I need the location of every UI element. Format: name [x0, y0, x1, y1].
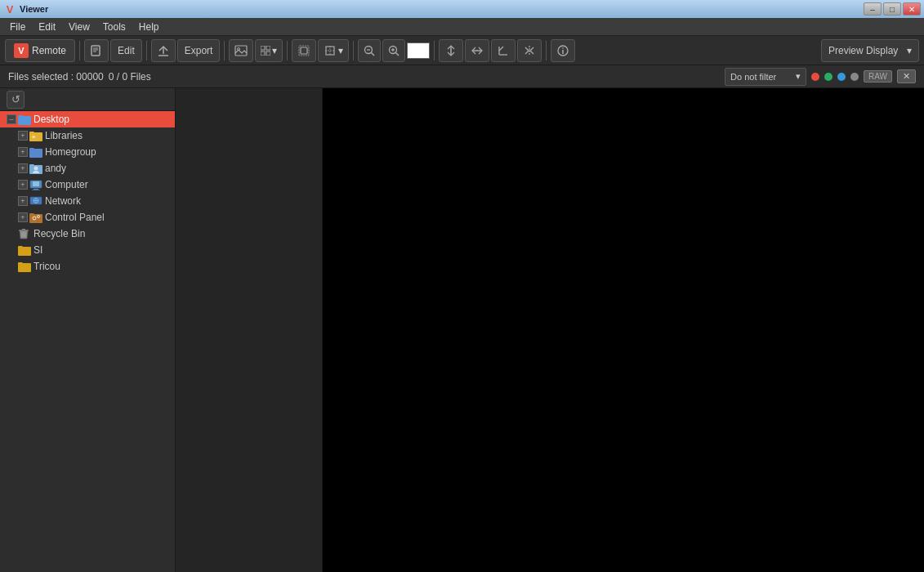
tree-label-homegroup: Homegroup	[45, 146, 96, 158]
expand-icon-network[interactable]: +	[18, 196, 28, 206]
zoom-out-button[interactable]	[358, 39, 381, 62]
tree-label-network: Network	[45, 195, 81, 207]
remote-button[interactable]: V Remote	[5, 39, 75, 62]
svg-point-33	[34, 166, 38, 170]
tree-item-recycle-bin[interactable]: Recycle Bin	[0, 226, 175, 242]
rotate-btn[interactable]	[491, 39, 516, 62]
folder-icon-tricou	[18, 261, 31, 272]
folder-icon-control-panel	[29, 212, 42, 223]
tree-item-andy[interactable]: + andy	[0, 160, 175, 177]
separator-6	[434, 41, 435, 60]
svg-rect-6	[235, 46, 247, 56]
close-button[interactable]: ✕	[903, 2, 921, 16]
separator-2	[146, 41, 147, 60]
svg-rect-10	[261, 51, 265, 56]
separator-3	[224, 41, 225, 60]
expand-icon-andy[interactable]: +	[18, 163, 28, 173]
title-text: Viewer	[20, 4, 864, 14]
svg-rect-37	[32, 190, 40, 190]
menu-tools[interactable]: Tools	[96, 20, 132, 34]
color-picker[interactable]	[407, 42, 430, 59]
folder-icon-homegroup	[29, 146, 42, 158]
separator-5	[353, 41, 354, 60]
flip-btn[interactable]	[517, 39, 542, 62]
image-icon-btn[interactable]	[229, 39, 253, 62]
zoom-in-button[interactable]	[382, 39, 405, 62]
folder-icon-si	[18, 244, 31, 256]
tree-label-libraries: Libraries	[45, 130, 83, 141]
files-selected-label: Files selected : 00000	[8, 71, 104, 83]
file-info-bar: Files selected : 00000 0 / 0 Files Do no…	[0, 65, 924, 88]
file-list-panel	[176, 88, 323, 572]
expand-icon-homegroup[interactable]: +	[18, 147, 28, 157]
menu-view[interactable]: View	[62, 20, 96, 34]
expand-icon-computer[interactable]: +	[18, 180, 28, 190]
refresh-bar: ↺	[0, 88, 175, 111]
app-icon: V	[3, 2, 16, 16]
filter-arrow: ▾	[796, 71, 801, 82]
menu-file[interactable]: File	[3, 20, 32, 34]
raw-badge: RAW	[864, 70, 892, 83]
separator-7	[546, 41, 547, 60]
color-dot-red[interactable]	[811, 73, 819, 81]
view-dropdown[interactable]: ▾	[255, 39, 283, 62]
transform-dropdown-arrow: ▾	[338, 45, 343, 56]
svg-point-31	[563, 47, 565, 49]
svg-text:≡: ≡	[32, 134, 35, 140]
transform-dropdown[interactable]: ▾	[318, 39, 349, 62]
folder-icon-network	[29, 195, 42, 207]
file-count-label: 0 / 0 Files	[109, 71, 151, 83]
info-button[interactable]	[551, 39, 575, 62]
export-icon-btn[interactable]	[151, 39, 176, 62]
menu-help[interactable]: Help	[132, 20, 166, 34]
minimize-button[interactable]: –	[864, 2, 882, 16]
tree-label-tricou: Tricou	[33, 261, 60, 272]
tree-label-desktop: Desktop	[33, 114, 69, 125]
edit-button[interactable]: Edit	[110, 39, 142, 62]
tree-item-tricou[interactable]: Tricou	[0, 258, 175, 275]
title-bar: V Viewer – □ ✕	[0, 0, 924, 18]
remote-icon: V	[14, 43, 29, 58]
title-buttons: – □ ✕	[864, 2, 921, 16]
color-dot-blue[interactable]	[837, 73, 846, 81]
tree-item-network[interactable]: + Network	[0, 193, 175, 209]
tree-item-si[interactable]: SI	[0, 242, 175, 258]
collapse-icon-desktop[interactable]: –	[7, 114, 16, 124]
tree-label-recycle-bin: Recycle Bin	[33, 228, 85, 239]
svg-rect-9	[266, 46, 270, 50]
maximize-button[interactable]: □	[883, 2, 901, 16]
folder-icon-libraries: ≡	[29, 130, 42, 141]
svg-rect-11	[266, 51, 270, 56]
color-dot-green[interactable]	[824, 73, 832, 81]
clear-filter-button[interactable]: ✕	[897, 69, 916, 83]
refresh-button[interactable]: ↺	[7, 91, 25, 109]
folder-icon-andy	[29, 163, 42, 174]
svg-rect-0	[92, 46, 100, 56]
tree-item-control-panel[interactable]: + Control Panel	[0, 209, 175, 226]
preview-display-dropdown[interactable]: Preview Display ▾	[821, 39, 919, 62]
folder-icon-desktop	[18, 114, 31, 125]
edit-icon-btn[interactable]	[84, 39, 109, 62]
stretch-btn-1[interactable]	[439, 39, 463, 62]
left-panel: ↺ – Desktop + ≡	[0, 88, 176, 572]
tree-label-si: SI	[33, 244, 42, 256]
svg-rect-13	[301, 47, 307, 54]
color-dot-gray[interactable]	[850, 73, 859, 81]
tree-item-computer[interactable]: + Computer	[0, 177, 175, 193]
menu-edit[interactable]: Edit	[32, 20, 62, 34]
separator-1	[79, 41, 80, 60]
tree-item-desktop[interactable]: – Desktop	[0, 111, 175, 127]
viewer-panel	[323, 88, 924, 572]
view-dropdown-arrow: ▾	[272, 45, 277, 56]
stretch-btn-2[interactable]	[465, 39, 489, 62]
transform-btn-1[interactable]	[292, 39, 316, 62]
svg-rect-8	[261, 46, 265, 50]
tree-item-libraries[interactable]: + ≡ Libraries	[0, 127, 175, 144]
tree-item-homegroup[interactable]: + Homegroup	[0, 144, 175, 160]
filter-dropdown[interactable]: Do not filter ▾	[725, 68, 806, 86]
tree-panel: – Desktop + ≡ Libraries	[0, 111, 175, 572]
main-content: ↺ – Desktop + ≡	[0, 88, 924, 572]
export-button[interactable]: Export	[177, 39, 221, 62]
expand-icon-control-panel[interactable]: +	[18, 212, 28, 222]
expand-icon-libraries[interactable]: +	[18, 131, 28, 141]
